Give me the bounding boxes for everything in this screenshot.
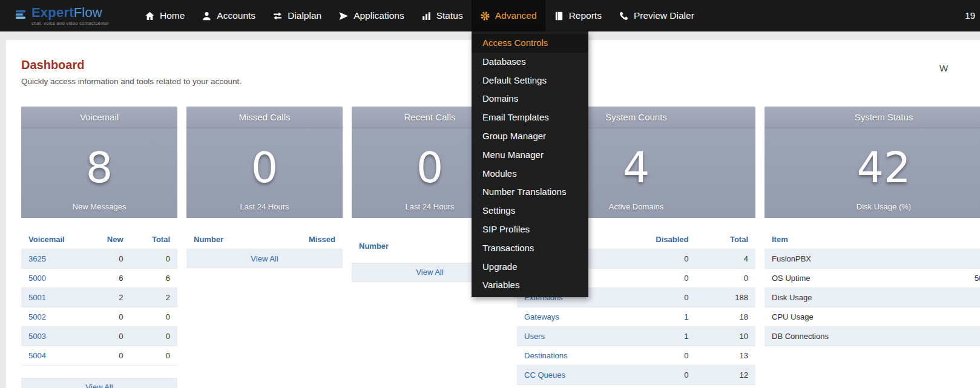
dropdown-item-access-controls[interactable]: Access Controls (472, 34, 588, 53)
voicemail-table: Voicemail New Total 3625 0 0 5000 6 6 (21, 230, 177, 366)
dropdown-item-domains[interactable]: Domains (472, 90, 588, 108)
welcome-text: W (939, 63, 948, 73)
dropdown-item-email-templates[interactable]: Email Templates (472, 108, 588, 127)
nav-item-label: Advanced (495, 10, 537, 21)
brand-name: ExpertFlow (31, 6, 109, 19)
table-row: Destinations 0 13 (517, 346, 755, 366)
cell-total: 2 (131, 288, 177, 307)
column-header-missed: Missed (272, 230, 343, 249)
cell-new: 0 (90, 327, 131, 346)
voicemail-count: 8 (86, 146, 113, 189)
cell-new: 6 (90, 269, 131, 288)
voicemail-ext-link[interactable]: 5000 (28, 274, 46, 283)
count-item-link[interactable]: Destinations (524, 351, 568, 360)
cell-total: 18 (696, 307, 755, 327)
cell-total: 0 (131, 307, 177, 327)
count-item-link[interactable]: Gateways (524, 312, 559, 321)
table-row: Disk Usage (765, 288, 980, 307)
send-icon (338, 11, 349, 21)
column-header-number: Number (186, 230, 272, 249)
panel-voicemail-figure: 8 New Messages (21, 128, 177, 218)
dropdown-item-number-translations[interactable]: Number Translations (472, 183, 588, 202)
view-all-link[interactable]: View All (251, 254, 278, 263)
cell-total: 0 (131, 346, 177, 366)
nav-item-advanced[interactable]: Advanced (472, 0, 545, 31)
nav-item-label: Status (436, 10, 463, 21)
brand-logo[interactable]: ExpertFlow chat, voice and video contact… (0, 0, 136, 31)
phone-icon (619, 11, 629, 21)
nav-item-home[interactable]: Home (136, 0, 193, 31)
table-row: 5003 0 0 (21, 327, 177, 346)
missed-calls-caption: Last 24 Hours (186, 202, 343, 211)
view-all-link[interactable]: View All (85, 383, 113, 388)
chart-icon (421, 11, 432, 21)
panel-system-status-title: System Status (765, 107, 980, 128)
nav-item-label: Accounts (217, 10, 255, 21)
status-value (967, 307, 980, 327)
cell-total: 6 (131, 269, 177, 288)
nav-item-label: Dialplan (288, 10, 321, 21)
table-row: CC Queues 0 12 (517, 366, 755, 385)
nav-item-label: Applications (354, 10, 404, 21)
top-navbar: ExpertFlow chat, voice and video contact… (0, 0, 980, 31)
cell-new: 2 (90, 288, 131, 307)
status-item: FusionPBX (765, 249, 967, 269)
voicemail-ext-link[interactable]: 5004 (28, 351, 46, 360)
dropdown-item-upgrade[interactable]: Upgrade (472, 258, 588, 277)
recent-calls-count: 0 (416, 146, 444, 189)
column-header-item: Item (765, 230, 967, 249)
dropdown-item-transactions[interactable]: Transactions (472, 239, 588, 258)
nav-item-reports[interactable]: Reports (545, 0, 610, 31)
nav-item-status[interactable]: Status (413, 0, 472, 31)
column-header-number: Number (352, 230, 461, 263)
table-row: DB Connections (765, 327, 980, 346)
count-item-link[interactable]: CC Queues (524, 370, 565, 380)
dropdown-item-default-settings[interactable]: Default Settings (472, 71, 588, 90)
table-row: CPU Usage (765, 307, 980, 327)
table-row: 5000 6 6 (21, 269, 177, 288)
status-item: OS Uptime (765, 269, 967, 288)
dropdown-item-menu-manager[interactable]: Menu Manager (472, 146, 588, 165)
system-status-count: 42 (857, 146, 910, 189)
voicemail-caption: New Messages (21, 202, 177, 211)
brand-logo-icon (16, 10, 26, 22)
status-value (967, 288, 980, 307)
system-counts-count: 4 (623, 146, 650, 189)
system-status-table: Item FusionPBX OS Uptime 50 Disk Usage (765, 230, 980, 346)
session-timer: 19 (965, 10, 975, 21)
dropdown-item-group-manager[interactable]: Group Manager (472, 127, 588, 146)
table-row: 5002 0 0 (21, 307, 177, 327)
cell-total: 4 (696, 249, 755, 269)
table-header-row: Item (765, 230, 980, 249)
reports-icon (554, 11, 564, 21)
count-item-link[interactable]: Users (524, 332, 545, 341)
nav-item-dialplan[interactable]: Dialplan (264, 0, 330, 31)
table-header-row: Voicemail New Total (21, 230, 177, 249)
nav-item-accounts[interactable]: Accounts (193, 0, 264, 31)
nav-item-preview-dialer[interactable]: Preview Dialer (610, 0, 703, 31)
cell-disabled: 1 (626, 307, 696, 327)
nav-item-applications[interactable]: Applications (330, 0, 413, 31)
status-item: DB Connections (765, 327, 967, 346)
cell-total: 0 (131, 327, 177, 346)
table-row: OS Uptime 50 (765, 269, 980, 288)
dropdown-item-modules[interactable]: Modules (472, 165, 588, 183)
dropdown-item-sip-profiles[interactable]: SIP Profiles (472, 220, 588, 239)
panel-system-status: System Status 42 Disk Usage (%) Item Fus… (765, 107, 980, 346)
column-header-total: Total (696, 230, 755, 249)
voicemail-ext-link[interactable]: 5002 (28, 312, 46, 321)
table-header-row: Number Missed (186, 230, 343, 249)
cell-total: 10 (696, 327, 755, 346)
voicemail-ext-link[interactable]: 5001 (28, 293, 46, 302)
nav-item-label: Reports (569, 10, 602, 21)
table-row: Users 1 10 (517, 327, 755, 346)
voicemail-ext-link[interactable]: 3625 (28, 254, 46, 263)
voicemail-ext-link[interactable]: 5003 (28, 332, 46, 341)
dropdown-item-databases[interactable]: Databases (472, 53, 588, 71)
nav-item-label: Home (160, 10, 185, 21)
dropdown-item-variables[interactable]: Variables (472, 276, 588, 295)
cell-total: 12 (696, 366, 755, 385)
view-all-link[interactable]: View All (416, 268, 443, 277)
nav-item-label: Preview Dialer (634, 10, 694, 21)
dropdown-item-settings[interactable]: Settings (472, 202, 588, 220)
